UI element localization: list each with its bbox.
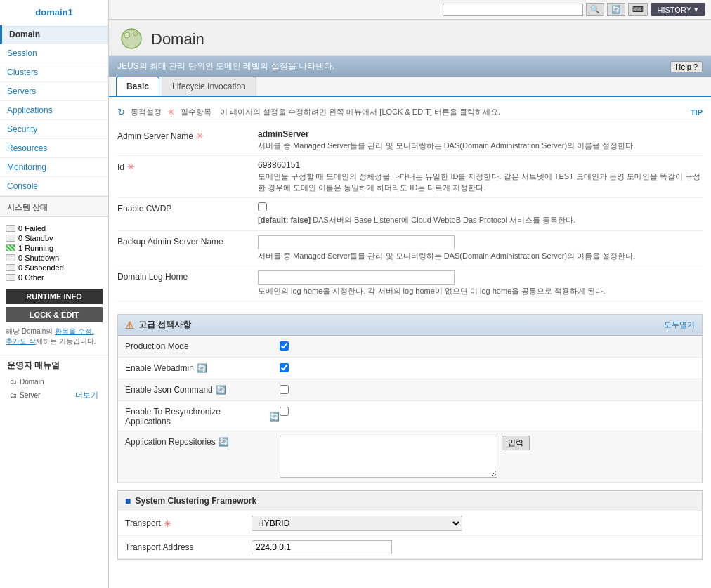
history-button[interactable]: HISTORY ▾ xyxy=(651,3,706,16)
sync-icon-app-repos[interactable]: 🔄 xyxy=(218,437,229,447)
required-text: 필수항목 xyxy=(181,107,211,117)
sync-icon-webadmin[interactable]: 🔄 xyxy=(197,363,207,373)
adv-label-production-mode: Production Mode xyxy=(125,340,280,351)
sidebar-domain-name[interactable]: domain1 xyxy=(0,0,108,25)
status-count-running: 1 Running xyxy=(18,244,53,252)
adv-row-enable-webadmin: Enable Webadmin 🔄 xyxy=(118,358,702,379)
form-row-enable-cwdp: Enable CWDP [default: false] DAS서버의 Base… xyxy=(117,198,703,230)
label-backup-admin-server-name: Backup Admin Server Name xyxy=(117,235,258,247)
domain-log-home-desc: 도메인의 log home을 지정한다. 각 서버의 log home이 없으면… xyxy=(258,286,703,296)
sidebar-item-session[interactable]: Session xyxy=(0,44,108,63)
status-row-shutdown: 0 Shutdown xyxy=(6,254,103,262)
sync-icon-json-command[interactable]: 🔄 xyxy=(216,385,226,395)
status-count-shutdown: 0 Shutdown xyxy=(18,254,59,262)
select-transport[interactable]: HYBRID UDP TCP xyxy=(252,516,462,531)
content-area: JEUS의 최대 관리 단위인 도메인 레벨의 설정을 나타낸다. Help ?… xyxy=(109,56,711,588)
search-input[interactable] xyxy=(443,4,583,16)
sync-icon-resynchronize[interactable]: 🔄 xyxy=(269,412,280,422)
form-row-id: Id ✳ 698860151 도메인을 구성할 때 도메인의 정체성을 나타내는… xyxy=(117,156,703,198)
domain-icon xyxy=(119,27,144,51)
textarea-application-repositories[interactable] xyxy=(280,436,497,478)
status-indicator-other xyxy=(6,274,15,281)
sidebar-item-applications[interactable]: Applications xyxy=(0,101,108,120)
adv-value-enable-json-command xyxy=(280,384,695,396)
adv-label-enable-json-command: Enable Json Command 🔄 xyxy=(125,384,280,395)
svg-point-0 xyxy=(122,29,141,48)
admin-server-name-value: adminServer xyxy=(258,129,703,139)
id-value: 698860151 xyxy=(258,160,703,170)
top-bar: 🔍 🔄 ⌨ HISTORY ▾ xyxy=(109,0,711,20)
cluster-value-transport: HYBRID UDP TCP xyxy=(252,516,695,531)
sidebar-note: 해당 Domain의 환목을 수정, 추가도 삭제하는 기능입니다. xyxy=(6,327,103,346)
status-row-running: 1 Running xyxy=(6,244,103,252)
input-domain-log-home[interactable] xyxy=(258,270,455,285)
tip-link[interactable]: TIP xyxy=(691,108,703,117)
transport-required-star: ✳ xyxy=(164,518,171,529)
tab-basic[interactable]: Basic xyxy=(116,77,159,96)
status-indicator-suspended xyxy=(6,264,15,271)
checkbox-enable-json-command[interactable] xyxy=(280,385,289,394)
refresh-icon[interactable]: ↻ xyxy=(117,107,125,117)
runtime-info-button[interactable]: RUNTIME INFO xyxy=(6,289,103,304)
status-indicator-running xyxy=(6,244,15,251)
advanced-header: ⚠ 고급 선택사항 모두열기 xyxy=(118,315,702,336)
status-count-other: 0 Other xyxy=(18,273,44,282)
cluster-row-transport-address: Transport Address xyxy=(118,536,702,559)
required-icon: ✳ xyxy=(167,107,175,117)
advanced-section: ⚠ 고급 선택사항 모두열기 Production Mode Enable We… xyxy=(117,314,703,483)
ops-manual-server[interactable]: 🗂 Server 더보기 xyxy=(0,388,108,403)
help-bar-text: JEUS의 최대 관리 단위인 도메인 레벨의 설정을 나타낸다. xyxy=(117,60,334,72)
sidebar-item-monitoring[interactable]: Monitoring xyxy=(0,158,108,177)
status-row-failed: 0 Failed xyxy=(6,224,103,233)
input-transport-address[interactable] xyxy=(252,540,392,554)
required-star-1: ✳ xyxy=(127,162,135,172)
expand-all-link[interactable]: 모두열기 xyxy=(664,320,695,330)
checkbox-resynchronize-applications[interactable] xyxy=(280,407,289,416)
sidebar: domain1 DomainSessionClustersServersAppl… xyxy=(0,0,109,588)
backup-admin-server-name-desc: 서버를 중 Managed Server들를 관리 및 모니터링하는 DAS(D… xyxy=(258,251,703,261)
value-admin-server-name: adminServer 서버를 중 Managed Server들를 관리 및 … xyxy=(258,129,703,151)
sidebar-item-security[interactable]: Security xyxy=(0,120,108,139)
advanced-title: ⚠ 고급 선택사항 xyxy=(125,319,191,331)
sidebar-item-clusters[interactable]: Clusters xyxy=(0,63,108,82)
search-button[interactable]: 🔍 xyxy=(586,3,604,16)
status-rows: 0 Failed 0 Standby 1 Running 0 Shutdown … xyxy=(6,224,103,282)
label-admin-server-name: Admin Server Name ✳ xyxy=(117,129,258,141)
sidebar-item-resources[interactable]: Resources xyxy=(0,139,108,158)
sidebar-note-link[interactable]: 환목을 수정, 추가도 삭 xyxy=(6,327,94,345)
status-count-standby: 0 Standby xyxy=(18,234,53,242)
refresh-button[interactable]: 🔄 xyxy=(607,3,625,16)
form-row-domain-log-home: Domain Log Home 도메인의 log home을 지정한다. 각 서… xyxy=(117,266,703,301)
input-backup-admin-server-name[interactable] xyxy=(258,235,455,249)
form-row-admin-server-name: Admin Server Name ✳ adminServer 서버를 중 Ma… xyxy=(117,125,703,156)
adv-value-resynchronize-applications xyxy=(280,405,695,418)
status-count-suspended: 0 Suspended xyxy=(18,263,64,272)
sidebar-item-console[interactable]: Console xyxy=(0,177,108,196)
checkbox-production-mode[interactable] xyxy=(280,341,289,351)
label-id: Id ✳ xyxy=(117,160,258,172)
sidebar-item-servers[interactable]: Servers xyxy=(0,82,108,101)
ops-manual-title: 운영자 매뉴얼 xyxy=(0,355,108,376)
status-indicator-failed xyxy=(6,225,15,232)
adv-row-enable-json-command: Enable Json Command 🔄 xyxy=(118,379,702,401)
page-title: Domain xyxy=(151,30,204,48)
tab-lifecycle[interactable]: Lifecycle Invocation xyxy=(162,77,256,96)
status-indicator-standby xyxy=(6,235,15,242)
form-actions-bar: ↻ 동적설정 ✳ 필수항목 이 페이지의 설정을 수정하려면 왼쪽 메뉴에서 [… xyxy=(117,103,703,122)
id-desc: 도메인을 구성할 때 도메인의 정체성을 나타내는 유일한 ID를 지정한다. … xyxy=(258,171,703,193)
lock-edit-button[interactable]: LOCK & EDIT xyxy=(6,307,103,322)
checkbox-enable-cwdp[interactable] xyxy=(258,202,267,211)
enable-cwdp-desc: [default: false] DAS서버의 Base Listener에 C… xyxy=(258,215,703,226)
cluster-label-transport-address: Transport Address xyxy=(125,542,252,552)
status-row-suspended: 0 Suspended xyxy=(6,263,103,272)
application-repositories-input-button[interactable]: 입력 xyxy=(502,436,530,450)
sidebar-item-domain[interactable]: Domain xyxy=(0,25,108,44)
main-area: 🔍 🔄 ⌨ HISTORY ▾ Domain JEUS의 최대 관리 단위인 도… xyxy=(109,0,711,588)
label-enable-cwdp: Enable CWDP xyxy=(117,202,258,214)
cluster-value-transport-address xyxy=(252,540,695,554)
help-button[interactable]: Help ? xyxy=(670,61,703,72)
settings-button[interactable]: ⌨ xyxy=(628,3,648,16)
status-row-other: 0 Other xyxy=(6,273,103,282)
checkbox-enable-webadmin[interactable] xyxy=(280,363,289,372)
ops-manual-domain[interactable]: 🗂 Domain xyxy=(0,376,108,388)
